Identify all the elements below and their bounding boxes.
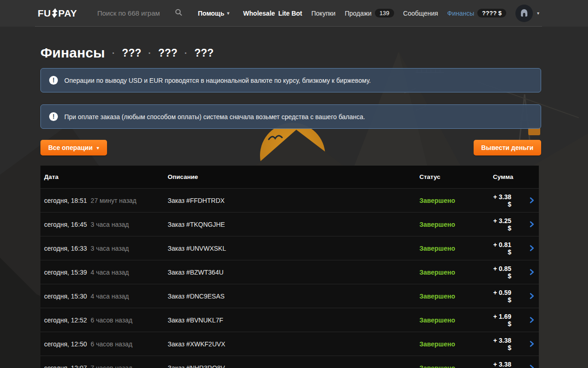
withdraw-money-button[interactable]: Вывести деньги [474,140,541,155]
nav-wholesale[interactable]: Wholesale [243,10,275,17]
chevron-right-icon [528,293,535,299]
transaction-time: сегодня, 12:07 [44,364,87,368]
transaction-description: Заказ #BVNUKL7F [168,316,419,324]
banner-text: Операции по выводу USD и EUR проводятся … [64,77,371,84]
transaction-status: Завершено [419,269,493,276]
transaction-row[interactable]: сегодня, 16:333 часа назад Заказ #UNVWXS… [40,236,539,260]
transaction-open-chevron[interactable] [518,340,535,347]
filter-operations-dropdown[interactable]: Все операции ▾ [40,140,107,155]
transaction-time-ago: 3 часа назад [90,245,129,252]
transaction-description: Заказ #UNVWXSKL [168,245,419,252]
transaction-status: Завершено [419,293,493,300]
main-content: Финансы ·???·???·??? ! Операции по вывод… [40,45,541,368]
nav-messages[interactable]: Сообщения [403,10,438,17]
chevron-down-icon: ▾ [537,11,539,16]
navbar-right-group: Lite Bot Покупки Продажи 139 Сообщения Ф… [278,5,539,22]
transaction-time: сегодня, 15:39 [44,269,87,276]
exclamation-icon: ! [49,76,58,85]
info-banner-withdraw-rates: ! Операции по выводу USD и EUR проводятс… [40,68,541,92]
search-icon[interactable] [175,9,182,18]
chevron-right-icon [528,340,535,347]
header-description: Описание [168,173,419,180]
page-title-row: Финансы ·???·???·??? [40,45,541,61]
transaction-time: сегодня, 16:33 [44,245,87,252]
transaction-row[interactable]: сегодня, 15:304 часа назад Заказ #DNC9ES… [40,284,539,308]
transaction-amount: + 0.85 $ [493,265,518,280]
transactions-table-header: Дата Описание Статус Сумма [40,166,539,188]
search-input[interactable] [96,9,171,17]
nav-help[interactable]: Помощь ▾ [198,10,230,17]
chevron-down-icon: ▾ [97,145,99,150]
transaction-open-chevron[interactable] [518,269,535,276]
hidden-balance-value: ??? [122,47,141,59]
transaction-status: Завершено [419,197,493,204]
transaction-row[interactable]: сегодня, 12:526 часов назад Заказ #BVNUK… [40,308,539,332]
transaction-description: Заказ #NHR3RQ8V [168,364,419,368]
transaction-time-ago: 6 часов назад [90,340,132,348]
exclamation-icon: ! [49,112,58,121]
chevron-right-icon [528,197,535,204]
transaction-row[interactable]: сегодня, 12:506 часов назад Заказ #XWKF2… [40,332,539,356]
transaction-time: сегодня, 12:50 [44,340,87,348]
transaction-description: Заказ #XWKF2UVX [168,340,419,348]
logo-text-post: PAY [58,8,77,19]
transaction-description: Заказ #BZWT364U [168,269,419,276]
transaction-time-ago: 3 часа назад [90,221,129,228]
transaction-amount: + 1.69 $ [493,313,518,328]
transaction-date-cell: сегодня, 15:394 часа назад [44,269,168,276]
chevron-right-icon [528,221,535,228]
header-date: Дата [44,173,168,180]
chevron-right-icon [528,364,535,368]
transaction-row[interactable]: сегодня, 16:453 часа назад Заказ #TKQNGJ… [40,212,539,236]
info-banner-balance-first: ! При оплате заказа (любым способом опла… [40,104,541,129]
banner-text: При оплате заказа (любым способом оплаты… [64,113,365,121]
nav-finances-label: Финансы [447,10,475,17]
transaction-date-cell: сегодня, 16:453 часа назад [44,221,168,228]
nav-help-label: Помощь [198,10,225,17]
sales-count-badge: 139 [375,9,394,17]
transaction-time-ago: 7 часов назад [90,364,132,368]
transaction-open-chevron[interactable] [518,245,535,252]
chevron-right-icon [528,269,535,276]
hidden-balance-value: ??? [194,47,214,59]
transaction-time-ago: 27 минут назад [90,197,136,204]
nav-finances[interactable]: Финансы ???? $ [447,9,506,17]
transaction-status: Завершено [419,245,493,252]
transaction-amount: + 0.59 $ [493,289,518,304]
transaction-time-ago: 6 часов назад [90,316,132,324]
nav-sales[interactable]: Продажи 139 [345,9,394,17]
transaction-row[interactable]: сегодня, 15:394 часа назад Заказ #BZWT36… [40,260,539,284]
transaction-time: сегодня, 18:51 [44,197,87,204]
top-navbar: FU PAY Помощь ▾ Wholesale Lite Bo [0,0,588,27]
transaction-status: Завершено [419,221,493,228]
transaction-row[interactable]: сегодня, 18:5127 минут назад Заказ #FFDH… [40,188,539,212]
transaction-open-chevron[interactable] [518,293,535,299]
funpay-logo[interactable]: FU PAY [38,8,77,19]
navbar-inner: FU PAY Помощь ▾ Wholesale Lite Bo [35,0,542,27]
transaction-status: Завершено [419,316,493,324]
nav-sales-label: Продажи [345,10,371,17]
page-title: Финансы [40,45,105,61]
header-status: Статус [419,173,493,180]
transaction-open-chevron[interactable] [518,197,535,204]
chevron-right-icon [528,245,535,252]
header-amount: Сумма [493,173,520,180]
transaction-open-chevron[interactable] [518,316,535,323]
chevron-down-icon: ▾ [227,11,229,16]
transaction-status: Завершено [419,340,493,348]
transaction-date-cell: сегодня, 15:304 часа назад [44,293,168,300]
transaction-open-chevron[interactable] [518,221,535,228]
transaction-time-ago: 4 часа назад [90,293,129,300]
spartan-helmet-icon [519,8,530,19]
transaction-amount: + 3.38 $ [493,337,518,351]
user-menu[interactable]: ▾ [515,5,539,22]
transaction-open-chevron[interactable] [518,364,535,368]
transaction-time: сегодня, 12:52 [44,316,87,324]
page-title-extras: ·???·???·??? [112,47,214,59]
transaction-description: Заказ #DNC9ESAS [168,293,419,300]
transaction-description: Заказ #FFDHTRDX [168,197,419,204]
nav-purchases[interactable]: Покупки [311,10,336,17]
transaction-row[interactable]: сегодня, 12:077 часов назад Заказ #NHR3R… [40,356,539,368]
transaction-date-cell: сегодня, 16:333 часа назад [44,245,168,252]
nav-lite-bot[interactable]: Lite Bot [278,10,302,17]
